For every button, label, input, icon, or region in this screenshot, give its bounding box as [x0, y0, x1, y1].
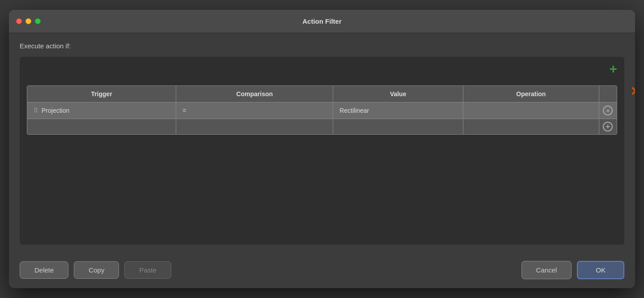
add-comparison-cell: [176, 119, 333, 135]
filter-table-container: Trigger Comparison Value Operation: [27, 85, 617, 135]
table-body: ⠿ Projection = Rectilinear ×: [27, 102, 617, 135]
window-title: Action Filter: [302, 17, 342, 25]
col-action: [599, 86, 617, 102]
cancel-button[interactable]: Cancel: [521, 261, 572, 279]
add-cell: +: [599, 119, 617, 135]
copy-button[interactable]: Copy: [74, 261, 119, 279]
trigger-value: Projection: [42, 107, 69, 114]
title-bar: Action Filter: [9, 10, 635, 33]
add-operation-cell: [463, 119, 599, 135]
add-value-cell: [333, 119, 463, 135]
table-header: Trigger Comparison Value Operation: [27, 86, 617, 102]
execute-label: Execute action if:: [20, 42, 624, 50]
main-window: Action Filter Execute action if: + Trigg…: [9, 10, 635, 288]
col-operation: Operation: [463, 86, 599, 102]
table-wrapper: Trigger Comparison Value Operation: [27, 85, 617, 135]
operation-cell: [463, 102, 599, 119]
add-filter-button[interactable]: +: [609, 62, 617, 76]
table-row-container: Trigger Comparison Value Operation: [27, 85, 617, 135]
footer: Delete Copy Paste Cancel OK: [9, 254, 635, 288]
comparison-cell: =: [176, 102, 333, 119]
remove-row-button[interactable]: ×: [603, 106, 613, 115]
close-button[interactable]: [16, 18, 22, 24]
window-body: Execute action if: + Trigger Comparison …: [9, 33, 635, 254]
delete-button[interactable]: Delete: [20, 261, 68, 279]
col-trigger: Trigger: [27, 86, 176, 102]
remove-cell: ×: [599, 102, 617, 119]
col-comparison: Comparison: [176, 86, 333, 102]
delete-row-button[interactable]: ✕: [630, 85, 635, 98]
table-row: ⠿ Projection = Rectilinear ×: [27, 102, 617, 119]
filter-table: Trigger Comparison Value Operation: [27, 86, 617, 134]
footer-right-buttons: Cancel OK: [521, 261, 624, 279]
paste-button: Paste: [124, 261, 171, 279]
add-trigger-cell: [27, 119, 176, 135]
ok-button[interactable]: OK: [577, 261, 624, 279]
maximize-button[interactable]: [35, 18, 41, 24]
minimize-button[interactable]: [25, 18, 31, 24]
trigger-cell: ⠿ Projection: [27, 102, 176, 119]
value-cell: Rectilinear: [333, 102, 463, 119]
content-area: + Trigger Comparison Value Operation: [20, 57, 624, 245]
traffic-lights: [16, 18, 41, 24]
col-value: Value: [333, 86, 463, 102]
footer-left-buttons: Delete Copy Paste: [20, 261, 171, 279]
drag-handle-icon[interactable]: ⠿: [34, 107, 38, 114]
add-row-button[interactable]: +: [603, 122, 613, 132]
add-row: +: [27, 119, 617, 135]
